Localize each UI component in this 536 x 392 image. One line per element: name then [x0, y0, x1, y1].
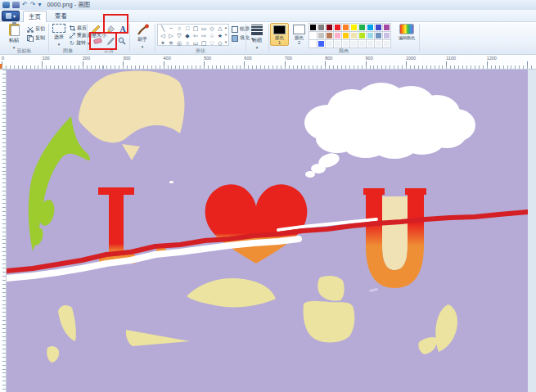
crop-icon	[70, 25, 75, 31]
shape-glyph[interactable]: ☆	[208, 32, 216, 39]
ruler-number: 100	[42, 56, 82, 61]
palette-color[interactable]	[375, 32, 382, 39]
palette-color[interactable]	[383, 32, 390, 39]
shapes-gallery[interactable]: ╲~○□▢▭◇△ ◁▷▽◆⇦⇨☆★ ✶✳◎○▭▢♡◇	[157, 24, 229, 46]
tab-view[interactable]: 查看	[49, 11, 73, 22]
brushes-label: 刷子	[137, 36, 147, 43]
color1-button[interactable]: 颜色1	[270, 23, 289, 46]
undo-icon[interactable]: ↶	[22, 2, 28, 8]
outline-icon	[232, 26, 238, 33]
resize-icon	[70, 33, 75, 38]
canvas-art	[7, 70, 528, 392]
select-button[interactable]: 选择 ▾	[50, 24, 68, 47]
palette-color[interactable]	[342, 32, 349, 39]
shape-glyph[interactable]: ◎	[175, 39, 183, 47]
shape-glyph[interactable]: ▭	[200, 25, 208, 32]
shape-glyph[interactable]: ♡	[208, 39, 216, 47]
ruler-number: 1200	[487, 56, 527, 61]
cut-button[interactable]: 剪切	[27, 25, 45, 33]
palette-color[interactable]	[358, 40, 366, 47]
palette-color[interactable]	[342, 24, 349, 31]
shape-glyph[interactable]: ○	[183, 39, 191, 47]
group-label-colors: 颜色	[269, 47, 418, 54]
magnifier-tool[interactable]	[116, 35, 128, 47]
chevron-down-icon: ▾	[58, 42, 61, 47]
qat-menu-down-icon[interactable]: ▾	[38, 2, 41, 8]
drawing-canvas[interactable]	[7, 70, 528, 392]
palette-color[interactable]	[326, 32, 333, 39]
redo-icon[interactable]: ↷	[30, 2, 36, 8]
palette-color[interactable]	[318, 40, 325, 47]
palette-color[interactable]	[309, 24, 317, 31]
palette-color[interactable]	[350, 40, 358, 47]
ruler-number: 300	[123, 56, 163, 61]
shape-glyph[interactable]: ▢	[200, 39, 208, 47]
crop-label: 裁剪	[77, 25, 87, 32]
select-label: 选择	[54, 34, 64, 41]
shape-glyph[interactable]: ╲	[159, 25, 167, 32]
palette-color[interactable]	[334, 40, 341, 47]
palette-color[interactable]	[358, 24, 366, 31]
size-label: 粗细	[252, 37, 262, 44]
shape-glyph[interactable]: ▭	[191, 39, 200, 47]
palette-color[interactable]	[318, 24, 325, 31]
palette-color[interactable]	[367, 40, 374, 47]
shape-glyph[interactable]: ○	[175, 25, 183, 32]
shape-glyph[interactable]: ✶	[159, 39, 167, 47]
shape-glyph[interactable]: ▢	[191, 25, 200, 32]
white-speck	[169, 181, 173, 183]
magnifier-icon	[118, 37, 126, 45]
shape-glyph[interactable]: ⇨	[200, 32, 208, 39]
save-icon[interactable]	[12, 2, 20, 8]
chevron-down-icon: ▾	[256, 45, 259, 50]
shapes-gallery-scroll[interactable]: ▲▼▼	[223, 24, 229, 46]
palette-color[interactable]	[350, 24, 358, 31]
vertical-ruler	[0, 70, 7, 392]
ruler-numbers: 0100200300400500600700800900100011001200	[2, 56, 527, 61]
rotate-label: 旋转	[76, 39, 86, 47]
shape-glyph[interactable]: ⇦	[191, 32, 200, 39]
palette-color[interactable]	[383, 24, 390, 31]
palette-color[interactable]	[309, 40, 317, 47]
color2-button[interactable]: 颜色2	[291, 23, 308, 46]
palette-color[interactable]	[367, 32, 374, 39]
shape-glyph[interactable]: ◁	[159, 32, 167, 39]
shape-glyph[interactable]: ◇	[208, 25, 216, 32]
canvas-right-edge	[528, 70, 536, 392]
palette-color[interactable]	[309, 32, 317, 39]
shapes-row: ╲~○□▢▭◇△	[159, 25, 227, 32]
palette-color[interactable]	[318, 32, 325, 39]
scissors-icon	[27, 26, 34, 33]
shape-glyph[interactable]: ~	[167, 25, 175, 32]
tab-home[interactable]: 主页	[23, 11, 47, 22]
palette-color[interactable]	[383, 40, 390, 47]
palette-color[interactable]	[334, 24, 341, 31]
palette-color[interactable]	[367, 24, 374, 31]
palette-color[interactable]	[375, 40, 382, 47]
copy-button[interactable]: 复制	[27, 34, 45, 42]
paint-app-icon[interactable]	[2, 2, 10, 8]
ruler-number: 700	[285, 56, 325, 61]
shape-glyph[interactable]: ◆	[183, 32, 191, 39]
crop-button[interactable]: 裁剪	[70, 25, 87, 32]
palette-color[interactable]	[375, 24, 382, 31]
palette-color[interactable]	[342, 40, 349, 47]
shape-glyph[interactable]: ▽	[175, 32, 183, 39]
palette-color[interactable]	[334, 32, 341, 39]
palette-color[interactable]	[326, 40, 333, 47]
ribbon-tab-row: ▾ 主页 查看	[0, 10, 536, 22]
application-menu-button[interactable]: ▾	[2, 11, 20, 21]
edit-colors-icon	[399, 24, 414, 34]
palette-color[interactable]	[350, 32, 358, 39]
shape-glyph[interactable]: □	[183, 25, 191, 32]
shape-glyph[interactable]: ▷	[167, 32, 175, 39]
palette-color[interactable]	[358, 32, 366, 39]
brushes-button[interactable]: 刷子 ▾	[132, 24, 153, 49]
paste-button[interactable]: 粘贴 ▾	[3, 24, 25, 50]
chevron-down-icon: ▾	[142, 44, 144, 49]
edit-colors-button[interactable]: 编辑颜色	[395, 24, 418, 40]
title-bar: ↶ ↷ ▾ 0000.png - 画图	[0, 0, 536, 10]
shape-glyph[interactable]: ✳	[167, 39, 175, 47]
palette-color[interactable]	[326, 24, 333, 31]
size-button[interactable]: 粗细 ▾	[247, 24, 267, 50]
